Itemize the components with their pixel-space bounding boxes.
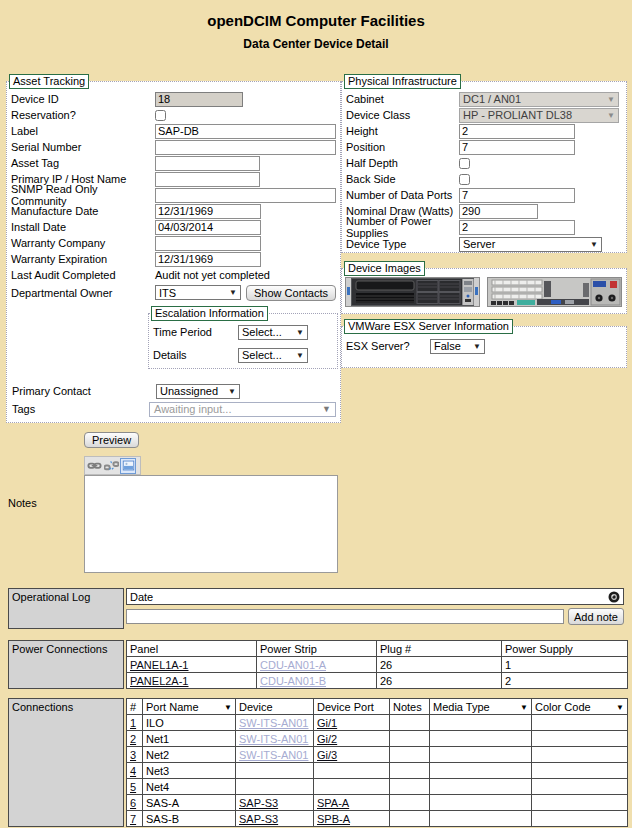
half-depth-label: Half Depth: [346, 157, 459, 169]
panel-link[interactable]: PANEL1A-1: [130, 659, 189, 671]
add-note-input[interactable]: [126, 609, 564, 624]
power-supplies-input[interactable]: [459, 220, 575, 235]
back-side-checkbox[interactable]: [459, 174, 470, 185]
port-number-link[interactable]: 4: [130, 765, 136, 777]
departmental-owner-select[interactable]: ITS ▼: [155, 285, 241, 300]
chevron-down-icon: ▼: [296, 328, 304, 337]
install-date-input[interactable]: [155, 220, 261, 235]
warranty-company-input[interactable]: [155, 236, 261, 251]
device-link[interactable]: SAP-S3: [239, 797, 278, 809]
snmp-community-input[interactable]: [155, 188, 336, 203]
panel-link[interactable]: PANEL2A-1: [130, 675, 189, 687]
install-date-label: Install Date: [11, 221, 155, 233]
device-link[interactable]: SAP-S3: [239, 813, 278, 825]
plug-number: 26: [377, 657, 502, 673]
device-class-row: Device Class HP - PROLIANT DL38 ▼: [346, 107, 622, 123]
device-type-value: Server: [463, 238, 495, 250]
unlink-icon[interactable]: [103, 458, 119, 474]
time-period-select[interactable]: Select... ▼: [238, 325, 308, 340]
vmware-legend: VMWare ESX Server Information: [344, 319, 513, 334]
port-number-link[interactable]: 5: [130, 781, 136, 793]
log-refresh-icon[interactable]: [608, 591, 620, 603]
port-number-link[interactable]: 3: [130, 749, 136, 761]
chevron-down-icon: ▼: [229, 288, 237, 297]
filter-chevron-icon: ▼: [520, 703, 528, 712]
link-icon[interactable]: [86, 458, 102, 474]
port-number-link[interactable]: 2: [130, 733, 136, 745]
port-name: Net2: [143, 747, 236, 763]
color-code: [532, 747, 628, 763]
port-name: ILO: [143, 715, 236, 731]
device-port-link[interactable]: Gi/2: [317, 733, 337, 745]
connections-header-port[interactable]: ▼Port Name: [143, 699, 236, 715]
connections-table: # ▼Port Name Device Device Port Notes ▼M…: [126, 698, 628, 827]
manufacture-date-input[interactable]: [155, 204, 261, 219]
device-images-fieldset: Device Images: [341, 268, 627, 314]
snmp-row: SNMP Read Only Community: [11, 187, 336, 203]
height-input[interactable]: [459, 124, 575, 139]
filter-chevron-icon: ▼: [616, 703, 624, 712]
position-input[interactable]: [459, 140, 575, 155]
data-ports-input[interactable]: [459, 188, 575, 203]
esx-server-row: ESX Server? False ▼: [346, 338, 622, 354]
connections-header-color[interactable]: ▼Color Code: [532, 699, 628, 715]
power-header-supply: Power Supply: [502, 641, 628, 657]
last-audit-row: Last Audit Completed Audit not yet compl…: [11, 267, 336, 283]
notes-textarea[interactable]: [84, 475, 338, 573]
device-port-link[interactable]: Gi/1: [317, 717, 337, 729]
cabinet-value: DC1 / AN01: [463, 93, 521, 105]
time-period-row: Time Period Select... ▼: [153, 322, 333, 342]
power-header-panel: Panel: [127, 641, 257, 657]
port-number-link[interactable]: 7: [130, 813, 136, 825]
primary-ip-input[interactable]: [155, 172, 260, 187]
device-type-select[interactable]: Server ▼: [459, 237, 602, 252]
reservation-checkbox[interactable]: [155, 110, 166, 121]
power-strip-link[interactable]: CDU-AN01-A: [260, 659, 326, 671]
device-port-link[interactable]: SPA-A: [317, 797, 349, 809]
device-link[interactable]: SW-ITS-AN01: [239, 717, 308, 729]
label-input[interactable]: [155, 124, 336, 139]
device-port-link[interactable]: Gi/3: [317, 749, 337, 761]
power-strip-link[interactable]: CDU-AN01-B: [260, 675, 326, 687]
port-name: SAS-B: [143, 811, 236, 827]
half-depth-checkbox[interactable]: [459, 158, 470, 169]
details-select[interactable]: Select... ▼: [238, 348, 308, 363]
port-number-link[interactable]: 6: [130, 797, 136, 809]
asset-tracking-fieldset: Asset Tracking Device ID Reservation? La…: [6, 81, 341, 423]
table-row: 5 Net4: [127, 779, 628, 795]
warranty-expiration-input[interactable]: [155, 252, 261, 267]
primary-contact-select[interactable]: Unassigned ▼: [156, 384, 240, 399]
preview-button[interactable]: Preview: [84, 432, 139, 448]
connections-header-device: Device: [236, 699, 314, 715]
device-port-cell: [314, 779, 390, 795]
media-type: [430, 715, 532, 731]
insert-image-icon[interactable]: [120, 458, 136, 474]
nominal-draw-input[interactable]: [459, 204, 538, 219]
tags-input[interactable]: Awaiting input... ▼: [149, 402, 336, 417]
add-note-button[interactable]: Add note: [568, 608, 624, 625]
media-type: [430, 811, 532, 827]
connections-header-media[interactable]: ▼Media Type: [430, 699, 532, 715]
asset-tag-input[interactable]: [155, 156, 260, 171]
connection-notes: [390, 731, 430, 747]
device-link[interactable]: SW-ITS-AN01: [239, 749, 308, 761]
warranty-expiration-row: Warranty Expiration: [11, 251, 336, 267]
serial-number-input[interactable]: [155, 140, 336, 155]
warranty-expiration-label: Warranty Expiration: [11, 253, 155, 265]
port-name: Net3: [143, 763, 236, 779]
port-number-link[interactable]: 1: [130, 717, 136, 729]
serial-label: Serial Number: [11, 141, 155, 153]
device-link[interactable]: SW-ITS-AN01: [239, 733, 308, 745]
asset-tag-row: Asset Tag: [11, 155, 336, 171]
device-port-link[interactable]: SPB-A: [317, 813, 350, 825]
port-name: Net1: [143, 731, 236, 747]
time-period-label: Time Period: [153, 326, 238, 338]
manufacture-date-label: Manufacture Date: [11, 205, 155, 217]
show-contacts-button[interactable]: Show Contacts: [246, 285, 336, 301]
power-connections-section-label: Power Connections: [8, 640, 124, 689]
connection-notes: [390, 715, 430, 731]
physical-infrastructure-fieldset: Physical Infrastructure Cabinet DC1 / AN…: [341, 81, 627, 253]
departmental-owner-row: Departmental Owner ITS ▼ Show Contacts: [11, 283, 336, 302]
back-side-row: Back Side: [346, 171, 622, 187]
esx-server-select[interactable]: False ▼: [430, 339, 485, 354]
